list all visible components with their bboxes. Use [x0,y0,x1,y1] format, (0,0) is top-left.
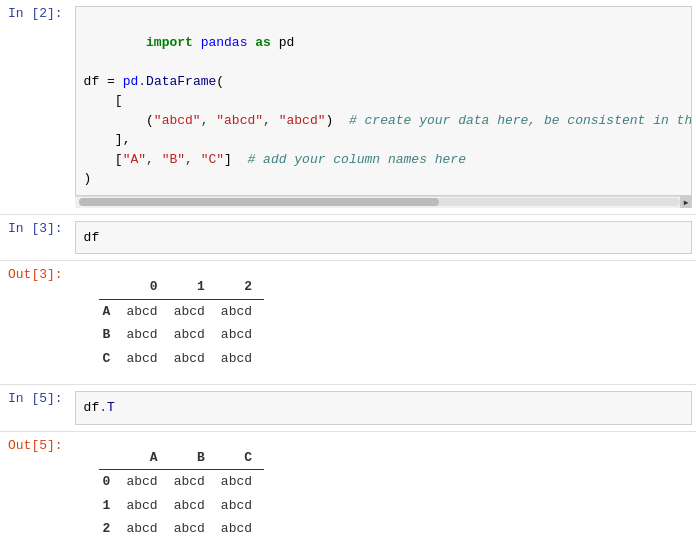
var-df2: df [84,230,100,245]
prompt-in5: In [5]: [0,385,71,431]
cell-content-in3: df [71,215,696,261]
cell-in5: In [5]: df.T [0,385,696,432]
df-cell: abcd [217,470,264,494]
df-cell: abcd [122,323,169,347]
table-row: B abcd abcd abcd [99,323,264,347]
df-col-b: B [170,446,217,470]
df-idx-a: A [99,299,123,323]
str5: "B" [162,152,185,167]
cell-content-in5: df.T [71,385,696,431]
df-cell: abcd [217,323,264,347]
var-pd: pd [279,35,295,50]
str4: "A" [123,152,146,167]
df-cell: abcd [122,470,169,494]
fn-t: T [107,400,115,415]
df-cell: abcd [170,323,217,347]
prompt-in3: In [3]: [0,215,71,261]
cell-out5: Out[5]: A B C 0 abcd [0,432,696,553]
scrollbar-thumb-in2 [79,198,440,206]
df-cell: abcd [217,517,264,541]
code-area-in2[interactable]: import pandas as pd df = pd.DataFrame( [… [75,6,692,196]
str2: "abcd" [216,113,263,128]
cell-content-out5: A B C 0 abcd abcd abcd 1 [71,432,696,553]
table-row: 1 abcd abcd abcd [99,494,264,518]
comment2: # add your column names here [248,152,466,167]
output-area-out5: A B C 0 abcd abcd abcd 1 [75,438,692,549]
df-cell: abcd [122,347,169,371]
df-cell: abcd [170,470,217,494]
prompt-out5: Out[5]: [0,432,71,553]
df-cell: abcd [170,517,217,541]
df-col-2: 2 [217,275,264,299]
cell-in3: In [3]: df [0,215,696,262]
df-col-c: C [217,446,264,470]
df-cell: abcd [217,299,264,323]
output-area-out3: 0 1 2 A abcd abcd abcd B [75,267,692,378]
df-cell: abcd [122,517,169,541]
str1: "abcd" [154,113,201,128]
df-cell: abcd [122,494,169,518]
cell-out3: Out[3]: 0 1 2 A abcd [0,261,696,385]
str3: "abcd" [279,113,326,128]
scrollbar-in2: ▶ [75,196,692,208]
df-cell: abcd [170,494,217,518]
code-area-in3[interactable]: df [75,221,692,255]
scrollbar-track-in2[interactable] [79,198,680,206]
cell-in2: In [2]: import pandas as pd df = pd.Data… [0,0,696,215]
notebook: In [2]: import pandas as pd df = pd.Data… [0,0,696,552]
cell-content-in2: import pandas as pd df = pd.DataFrame( [… [71,0,696,214]
scroll-arrow-right-in2[interactable]: ▶ [680,196,692,208]
df-col-index [99,275,123,299]
kw-import: import [146,35,193,50]
df-table-out3: 0 1 2 A abcd abcd abcd B [99,275,264,370]
df-idx-b: B [99,323,123,347]
df-idx-0: 0 [99,470,123,494]
table-row: C abcd abcd abcd [99,347,264,371]
mod-pandas: pandas [201,35,248,50]
code-area-in5[interactable]: df.T [75,391,692,425]
df-header-row-out5: A B C [99,446,264,470]
var-dft: df [84,400,100,415]
var-df: df [84,74,100,89]
df-idx-c: C [99,347,123,371]
df-cell: abcd [217,347,264,371]
mod-pd2: pd [123,74,139,89]
fn-dataframe: DataFrame [146,74,216,89]
table-row: 0 abcd abcd abcd [99,470,264,494]
cell-content-out3: 0 1 2 A abcd abcd abcd B [71,261,696,384]
df-cell: abcd [170,299,217,323]
df-idx-1: 1 [99,494,123,518]
prompt-in2: In [2]: [0,0,71,214]
comment1: # create your data here, be consistent i… [349,113,692,128]
df-table-out5: A B C 0 abcd abcd abcd 1 [99,446,264,541]
kw-as: as [255,35,271,50]
df-col-a: A [122,446,169,470]
str6: "C" [201,152,224,167]
df-col-0: 0 [122,275,169,299]
df-col-1: 1 [170,275,217,299]
table-row: A abcd abcd abcd [99,299,264,323]
df-cell: abcd [122,299,169,323]
prompt-out3: Out[3]: [0,261,71,384]
df-col-index-t [99,446,123,470]
table-row: 2 abcd abcd abcd [99,517,264,541]
df-cell: abcd [217,494,264,518]
df-cell: abcd [170,347,217,371]
df-idx-2: 2 [99,517,123,541]
df-header-row-out3: 0 1 2 [99,275,264,299]
